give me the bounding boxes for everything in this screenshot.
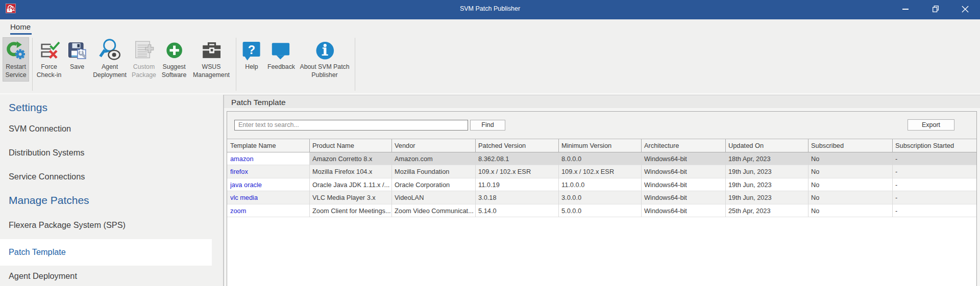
svg-text:?: ?: [248, 43, 255, 57]
